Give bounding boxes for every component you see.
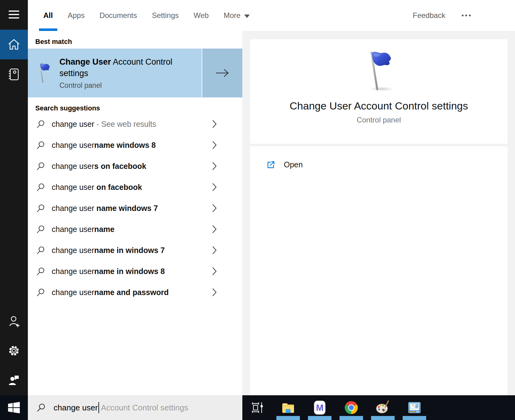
feedback-button[interactable]: Feedback [413, 11, 445, 20]
suggestion-row[interactable]: change useron facebook [28, 177, 242, 198]
tab-all[interactable]: All [39, 0, 57, 31]
add-user-icon [7, 314, 21, 328]
sidebar-item-settings[interactable] [0, 336, 28, 366]
suggestion-completion-text: name and password [94, 288, 169, 297]
open-action-label: Open [284, 160, 303, 169]
suggestion-query-text: change user [52, 246, 94, 255]
chevron-right-icon[interactable] [212, 288, 218, 297]
best-match-title: Change User Account Control settings [59, 56, 183, 79]
overflow-menu-button[interactable]: ••• [461, 11, 472, 19]
preview-title: Change User Account Control settings [290, 100, 468, 112]
chevron-right-icon[interactable] [212, 182, 218, 192]
search-icon [36, 120, 45, 129]
task-view-button[interactable] [251, 400, 265, 416]
suggestion-completion-text: name in windows 7 [94, 246, 165, 255]
tab-all-label: All [43, 11, 53, 20]
task-view-icon [251, 401, 265, 414]
chevron-right-icon[interactable] [212, 204, 218, 213]
search-icon [36, 246, 45, 255]
menu-button[interactable] [0, 0, 28, 30]
best-match-result[interactable]: Change User Account Control settings Con… [28, 49, 242, 97]
search-icon [36, 183, 45, 192]
running-indicator [276, 416, 300, 420]
sidebar [0, 0, 28, 420]
tab-more[interactable]: More [219, 0, 254, 31]
suggestion-row[interactable]: change users on facebook [28, 156, 242, 177]
suggestion-query-text: change user [52, 288, 94, 297]
best-match-text: Change User Account Control settings Con… [59, 56, 183, 90]
chevron-right-icon[interactable] [212, 161, 218, 171]
suggestion-row[interactable]: change user- See web results [28, 114, 242, 135]
search-icon [36, 267, 45, 276]
search-icon [36, 204, 45, 213]
best-match-main[interactable]: Change User Account Control settings Con… [28, 49, 201, 97]
tab-web-label: Web [193, 11, 209, 20]
preview-header-card: Change User Account Control settings Con… [250, 39, 508, 144]
search-suggestions-header: Search suggestions [28, 97, 242, 114]
tab-settings[interactable]: Settings [148, 0, 183, 31]
suggestion-row[interactable]: change username in windows 7 [28, 240, 242, 261]
sidebar-item-journal[interactable] [0, 59, 28, 89]
chevron-right-icon[interactable] [212, 246, 218, 255]
preview-subtitle: Control panel [357, 116, 401, 124]
suggestion-text: change username windows 7 [52, 204, 158, 213]
tab-apps[interactable]: Apps [63, 0, 89, 31]
running-indicator [403, 416, 426, 420]
chevron-right-icon[interactable] [212, 225, 218, 234]
journal-icon [7, 67, 21, 81]
chevron-down-icon [244, 15, 250, 18]
search-inline-completion: Account Control settings [101, 403, 188, 413]
best-match-title-bold: Change User [59, 57, 111, 66]
search-icon [37, 403, 46, 412]
open-action[interactable]: Open [250, 155, 508, 174]
system-config-icon [407, 400, 422, 415]
chevron-right-icon[interactable] [212, 267, 218, 276]
suggestion-text: change useron facebook [52, 183, 142, 192]
hamburger-menu-icon [7, 8, 21, 22]
uac-flag-icon [361, 50, 397, 92]
suggestion-query-text: change user [52, 204, 94, 212]
search-input-text: change userAccount Control settings [54, 402, 188, 413]
suggestion-text: change username and password [52, 288, 169, 297]
chevron-right-icon[interactable] [212, 119, 218, 129]
paint-icon [375, 400, 390, 415]
suggestion-query-text: change user [52, 267, 94, 276]
suggestion-row[interactable]: change username windows 7 [28, 198, 242, 219]
suggestion-row[interactable]: change username [28, 219, 242, 240]
file-explorer-icon [281, 400, 296, 415]
open-external-icon [266, 160, 276, 170]
chrome-icon [344, 400, 359, 415]
sidebar-item-add-account[interactable] [0, 306, 28, 336]
taskbar-app-chrome[interactable] [336, 395, 366, 420]
suggestion-row[interactable]: change username windows 8 [28, 135, 242, 156]
preview-actions-card: Open [250, 146, 508, 395]
taskbar-app-paint[interactable] [368, 395, 398, 420]
text-cursor [98, 402, 99, 413]
suggestion-query-text: change user [52, 141, 94, 149]
search-icon [36, 288, 45, 297]
taskbar-app-system-config[interactable] [400, 395, 429, 420]
taskbar-app-file-explorer[interactable] [273, 395, 303, 420]
search-filter-tabs: All Apps Documents Settings Web More Fee… [28, 0, 515, 31]
best-match-expand-button[interactable] [201, 49, 242, 97]
chevron-right-icon[interactable] [212, 140, 218, 150]
tab-documents[interactable]: Documents [95, 0, 141, 31]
running-indicator [371, 416, 395, 420]
sidebar-item-user-feedback[interactable] [0, 366, 28, 395]
suggestion-row[interactable]: change username and password [28, 282, 242, 303]
suggestion-row[interactable]: change username in windows 8 [28, 261, 242, 282]
sidebar-item-home[interactable] [0, 30, 28, 59]
taskbar [242, 395, 515, 420]
search-input[interactable]: change userAccount Control settings [28, 395, 242, 420]
taskbar-app-m[interactable] [305, 395, 335, 420]
preview-panel: Change User Account Control settings Con… [242, 31, 515, 395]
tab-web[interactable]: Web [189, 0, 213, 31]
best-match-header: Best match [28, 31, 242, 47]
start-button[interactable] [0, 395, 28, 420]
suggestion-completion-text: name [94, 225, 115, 234]
user-speech-icon [7, 374, 21, 387]
windows-search-screen: All Apps Documents Settings Web More Fee… [0, 0, 515, 420]
running-indicator [340, 416, 363, 420]
suggestion-completion-text: name windows 8 [94, 141, 156, 149]
taskbar-apps [273, 395, 429, 420]
